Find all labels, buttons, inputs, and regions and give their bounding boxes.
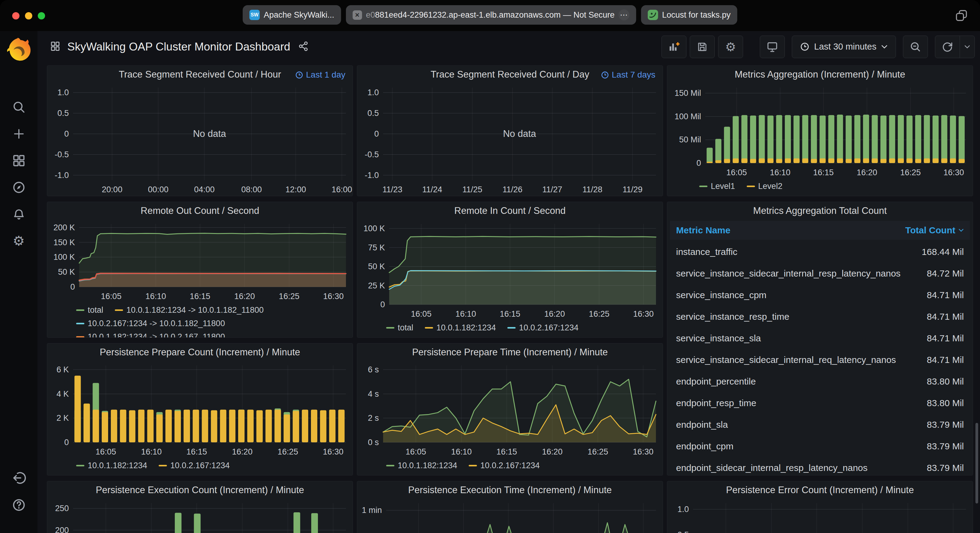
panel-title[interactable]: Persistence Prepare Time (Increment) / M… bbox=[412, 347, 608, 358]
panel-title[interactable]: Persistence Execution Count (Increment) … bbox=[95, 485, 304, 496]
total-count-cell: 168.44 Mil bbox=[922, 247, 964, 257]
refresh-dashboard-button[interactable] bbox=[935, 36, 959, 58]
svg-text:1 min: 1 min bbox=[362, 506, 382, 515]
tab-title: Locust for tasks.py bbox=[662, 10, 730, 20]
legend-swatch bbox=[115, 309, 123, 311]
panel-title[interactable]: Metrics Aggregation Total Count bbox=[753, 205, 887, 216]
save-dashboard-button[interactable] bbox=[690, 36, 715, 58]
total-count-cell: 84.71 Mil bbox=[927, 355, 964, 365]
legend-label: 10.0.2.167:1234 bbox=[480, 459, 539, 472]
svg-text:2 K: 2 K bbox=[56, 414, 69, 423]
panel-title[interactable]: Metrics Aggregation (Increment) / Minute bbox=[735, 69, 905, 80]
panel-title[interactable]: Persistence Execution Time (Increment) /… bbox=[408, 485, 611, 496]
chart-persistence-execution-count[interactable]: 16:0516:1016:1516:2016:2516:30250200 bbox=[47, 499, 353, 533]
svg-text:20:00: 20:00 bbox=[102, 185, 123, 194]
browser-tab-dashboard[interactable]: ✕ e0881eed4-22961232.ap-east-1.elb.amazo… bbox=[346, 5, 636, 25]
sign-in-icon[interactable] bbox=[11, 471, 26, 485]
chart-persistence-error-count[interactable]: 16:0516:1016:1516:2016:2516:301.00.5 bbox=[667, 499, 973, 533]
configuration-gear-icon[interactable]: ⚙ bbox=[11, 234, 26, 248]
tab-overview-icon[interactable] bbox=[955, 8, 969, 24]
legend-item[interactable]: total bbox=[76, 303, 103, 317]
chart-persistence-prepare-time[interactable]: 16:0516:1016:1516:2016:2516:306 s4 s2 s0… bbox=[357, 361, 663, 458]
page-scrollbar-thumb[interactable] bbox=[975, 423, 978, 503]
grafana-logo-icon[interactable] bbox=[5, 35, 33, 63]
svg-text:16:25: 16:25 bbox=[279, 292, 300, 301]
svg-text:4 K: 4 K bbox=[56, 389, 69, 398]
svg-text:11/23: 11/23 bbox=[382, 185, 402, 194]
panel-title[interactable]: Persistence Prepare Count (Increment) / … bbox=[100, 347, 300, 358]
legend-item[interactable]: 10.0.2.167:1234 -> 10.0.1.182_11800 bbox=[76, 317, 225, 330]
table-row: endpoint_resp_time83.80 Mil bbox=[670, 392, 970, 414]
svg-text:16:30: 16:30 bbox=[323, 292, 344, 301]
legend-item[interactable]: 10.0.1.182:1234 bbox=[386, 459, 457, 472]
browser-tab-locust[interactable]: Locust for tasks.py bbox=[641, 5, 737, 25]
column-header-total-count[interactable]: Total Count bbox=[905, 225, 964, 235]
svg-text:-0.5: -0.5 bbox=[54, 150, 69, 159]
svg-text:16:05: 16:05 bbox=[726, 168, 747, 177]
legend-item[interactable]: 10.0.2.167:1234 bbox=[469, 459, 539, 472]
table-row: endpoint_cpm83.79 Mil bbox=[670, 435, 970, 457]
total-count-cell: 83.79 Mil bbox=[927, 441, 964, 452]
search-icon[interactable] bbox=[11, 100, 26, 114]
panel-title[interactable]: Trace Segment Received Count / Day bbox=[431, 69, 589, 80]
alerting-bell-icon[interactable] bbox=[11, 207, 26, 222]
svg-text:6 s: 6 s bbox=[368, 365, 379, 374]
legend-item[interactable]: Level1 bbox=[699, 179, 735, 193]
tab-more-icon[interactable]: ⋯ bbox=[619, 10, 630, 21]
chart-trace-segment-day[interactable]: 11/2311/2411/2511/2611/2711/2811/291.00.… bbox=[357, 83, 663, 196]
svg-text:100 Mil: 100 Mil bbox=[675, 112, 701, 121]
help-icon[interactable] bbox=[11, 498, 26, 512]
browser-tab-skywalking[interactable]: SW Apache SkyWalki... bbox=[243, 5, 341, 25]
cycle-view-mode-button[interactable] bbox=[760, 36, 785, 58]
chart-persistence-execution-time[interactable]: 16:0516:1016:1516:2016:2516:301 min40 s bbox=[357, 499, 663, 533]
legend-item[interactable]: 10.0.2.167:1234 bbox=[508, 321, 578, 334]
svg-text:16:30: 16:30 bbox=[323, 447, 344, 456]
share-icon[interactable] bbox=[298, 41, 309, 52]
legend-item[interactable]: 10.0.1.182:1234 -> 10.0.1.182_11800 bbox=[115, 303, 264, 317]
legend-label: 10.0.2.167:1234 bbox=[519, 321, 578, 334]
svg-text:16:05: 16:05 bbox=[101, 292, 121, 301]
window-zoom-button[interactable] bbox=[38, 12, 45, 19]
panel-title[interactable]: Persistence Error Count (Increment) / Mi… bbox=[726, 485, 914, 496]
chart-remote-in-count[interactable]: 16:0516:1016:1516:2016:2516:30100 K75 K5… bbox=[357, 220, 663, 320]
chart-remote-out-count[interactable]: 16:0516:1016:1516:2016:2516:30200 K150 K… bbox=[47, 220, 353, 303]
legend-item[interactable]: total bbox=[386, 321, 413, 334]
dashboard-settings-button[interactable]: ⚙ bbox=[718, 36, 743, 58]
explore-compass-icon[interactable] bbox=[11, 180, 26, 195]
zoom-out-time-button[interactable] bbox=[903, 36, 928, 58]
chart-persistence-prepare-count[interactable]: 16:0516:1016:1516:2016:2516:306 K4 K2 K0 bbox=[47, 361, 353, 458]
svg-text:0: 0 bbox=[697, 159, 701, 168]
panel-persistence-execution-count: Persistence Execution Count (Increment) … bbox=[47, 481, 353, 533]
window-close-button[interactable] bbox=[12, 12, 19, 19]
metric-name-cell: instance_traffic bbox=[676, 247, 737, 257]
svg-text:16:15: 16:15 bbox=[186, 447, 207, 456]
tab-close-icon[interactable]: ✕ bbox=[352, 10, 362, 20]
chart-metrics-aggregation-minute[interactable]: 16:0516:1016:1516:2016:2516:30150 Mil100… bbox=[667, 83, 973, 179]
dashboards-icon[interactable] bbox=[11, 153, 26, 168]
time-range-picker[interactable]: Last 30 minutes bbox=[792, 36, 896, 58]
chart-trace-segment-hour[interactable]: 20:0000:0004:0008:0012:0016:001.00.50-0.… bbox=[47, 83, 353, 196]
svg-text:11/29: 11/29 bbox=[622, 185, 643, 194]
panel-trace-segment-hour: Trace Segment Received Count / Hour Last… bbox=[47, 65, 353, 196]
panel-title[interactable]: Remote In Count / Second bbox=[454, 205, 566, 216]
panel-title[interactable]: Remote Out Count / Second bbox=[141, 205, 259, 216]
legend-item[interactable]: 10.0.2.167:1234 bbox=[159, 459, 230, 472]
legend-item[interactable]: 10.0.1.182:1234 bbox=[76, 459, 147, 472]
table-row: instance_traffic168.44 Mil bbox=[670, 241, 970, 263]
svg-text:08:00: 08:00 bbox=[241, 185, 262, 194]
legend-item[interactable]: Level2 bbox=[747, 179, 783, 193]
table-row: service_instance_cpm84.71 Mil bbox=[670, 284, 970, 306]
svg-text:11/25: 11/25 bbox=[462, 185, 482, 194]
legend-label: Level1 bbox=[711, 179, 735, 193]
window-minimize-button[interactable] bbox=[25, 12, 32, 19]
legend-item[interactable]: 10.0.1.182:1234 bbox=[425, 321, 496, 334]
create-plus-icon[interactable] bbox=[11, 127, 26, 141]
panel-title[interactable]: Trace Segment Received Count / Hour bbox=[119, 69, 281, 80]
refresh-interval-dropdown[interactable] bbox=[959, 36, 975, 58]
column-header-metric-name[interactable]: Metric Name bbox=[676, 225, 730, 235]
dashboard-grid-icon[interactable] bbox=[49, 41, 60, 53]
add-panel-button[interactable] bbox=[662, 36, 686, 58]
table-row: service_instance_sidecar_internal_resp_l… bbox=[670, 263, 970, 284]
svg-text:16:20: 16:20 bbox=[857, 168, 877, 177]
legend-item[interactable]: 10.0.1.182:1234 -> 10.0.2.167_11800 bbox=[76, 330, 225, 337]
